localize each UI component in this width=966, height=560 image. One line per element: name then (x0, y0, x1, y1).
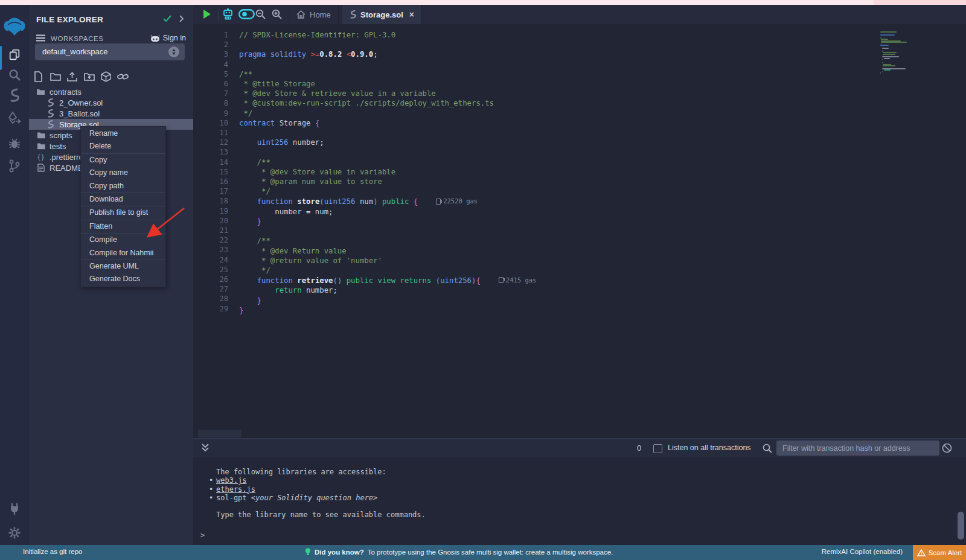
file-actions-toolbar (31, 70, 188, 84)
line-number: 1 (193, 30, 228, 40)
context-menu-item-flatten[interactable]: Flatten (81, 220, 165, 233)
context-menu-item-copy-name[interactable]: Copy name (81, 167, 165, 179)
terminal-search-icon[interactable] (763, 444, 772, 453)
run-script-button[interactable] (203, 9, 211, 19)
code-line (239, 226, 536, 236)
new-file-icon[interactable] (31, 70, 45, 83)
tab-home[interactable]: Home (289, 5, 339, 24)
terminal-output[interactable]: The following libraries are accessible:•… (193, 457, 966, 550)
context-menu-item-download[interactable]: Download (81, 193, 165, 206)
line-number: 10 (193, 118, 228, 128)
gas-pump-icon (436, 199, 441, 205)
minimap-line (882, 59, 883, 60)
code-line: * @dev Return value (239, 246, 536, 256)
file-tree-label: .prettierrc (50, 153, 83, 162)
terminal-collapse-icon[interactable] (201, 443, 210, 453)
context-menu-item-compile-for-nahmii[interactable]: Compile for Nahmii (81, 247, 165, 259)
close-icon[interactable]: × (409, 10, 414, 19)
icon-rail (0, 5, 30, 545)
line-number: 20 (193, 216, 228, 226)
context-menu-item-copy[interactable]: Copy (81, 154, 165, 167)
scam-alert-button[interactable]: Scam Alert (913, 545, 966, 560)
line-number: 3 (193, 49, 228, 59)
deploy-run-icon[interactable] (8, 111, 21, 124)
tab-storage-sol[interactable]: Storage.sol× (342, 5, 422, 24)
file-tree-item-contracts[interactable]: contracts (29, 86, 193, 97)
code-line: */ (239, 266, 536, 275)
tab-label: Storage.sol (360, 10, 403, 19)
line-number: 22 (193, 235, 228, 245)
code-editor[interactable]: 1234567891011121314151617181920212223242… (193, 24, 966, 438)
remixai-robot-icon[interactable] (222, 8, 234, 21)
file-tree-item-2-owner-sol[interactable]: 2_Owner.sol (29, 97, 193, 108)
browser-top-strip (0, 0, 966, 5)
bullet-icon: • (209, 476, 213, 485)
code-line: */ (239, 186, 536, 196)
code-content: // SPDX-License-Identifier: GPL-3.0 prag… (239, 30, 536, 315)
ipfs-box-icon[interactable] (99, 70, 113, 83)
code-line (239, 128, 536, 138)
file-tree-label: tests (50, 142, 66, 151)
folder-icon (36, 132, 45, 139)
scam-alert-label: Scam Alert (929, 549, 962, 556)
debugger-icon[interactable] (8, 136, 21, 150)
plugin-manager-icon[interactable] (8, 502, 21, 515)
code-line: uint256 number; (239, 138, 536, 147)
minimap-line (883, 54, 895, 55)
context-menu-item-copy-path[interactable]: Copy path (81, 180, 165, 192)
file-tree-label: contracts (50, 88, 82, 97)
clear-console-icon[interactable] (942, 443, 952, 453)
terminal-prompt[interactable]: > (200, 531, 205, 539)
terminal-link-web3-js[interactable]: web3.js (216, 476, 247, 485)
terminal-italic-hint: <your Solidity question here> (251, 494, 378, 502)
minimap-line (884, 69, 891, 71)
minimap-line (884, 58, 890, 59)
solidity-file-icon (46, 109, 55, 118)
gas-estimate-badge: 22520 gas (436, 196, 478, 206)
code-line: /** (239, 69, 536, 79)
line-number: 6 (193, 79, 228, 89)
listen-transactions-checkbox[interactable] (653, 444, 662, 453)
copilot-status-label: RemixAI Copilot (enabled) (822, 548, 903, 555)
zoom-in-icon[interactable] (272, 9, 282, 19)
chevron-right-icon[interactable] (179, 15, 184, 22)
init-git-repo-button[interactable]: Initialize as git repo (23, 548, 82, 555)
tab-label: Home (310, 10, 331, 19)
new-folder-icon[interactable] (48, 70, 62, 83)
upload-file-icon[interactable] (65, 70, 79, 83)
code-line: * @dev Store value in variable (239, 167, 536, 177)
context-menu-item-generate-docs[interactable]: Generate Docs (81, 273, 165, 285)
terminal-link-ethers-js[interactable]: ethers.js (216, 485, 255, 494)
context-menu-item-generate-uml[interactable]: Generate UML (81, 260, 165, 273)
transaction-filter-input[interactable] (776, 441, 939, 456)
zoom-out-icon[interactable] (255, 9, 266, 19)
context-menu-item-delete[interactable]: Delete (81, 140, 165, 153)
code-line: } (239, 217, 536, 226)
line-number: 16 (193, 177, 228, 186)
file-tree-item-3-ballot-sol[interactable]: 3_Ballot.sol (29, 108, 193, 119)
lightbulb-icon (305, 548, 311, 556)
upload-folder-icon[interactable] (82, 70, 96, 83)
minimap-line (882, 48, 889, 49)
code-line (239, 60, 536, 69)
solidity-compiler-icon[interactable] (8, 88, 21, 103)
git-icon[interactable] (9, 159, 20, 173)
search-icon[interactable] (8, 69, 21, 81)
sign-in-button[interactable]: Sign in (150, 34, 186, 42)
line-number: 8 (193, 98, 228, 108)
code-line: /** (239, 158, 536, 167)
workspaces-menu-icon[interactable] (36, 34, 45, 42)
file-explorer-icon[interactable] (8, 48, 21, 62)
workspace-select[interactable]: default_workspace (35, 43, 185, 60)
minimap[interactable] (880, 31, 935, 74)
page-scrollbar-thumb[interactable] (958, 512, 964, 539)
sign-in-label: Sign in (163, 34, 186, 42)
context-menu-item-compile[interactable]: Compile (81, 234, 165, 246)
file-tree-label: scripts (50, 131, 72, 140)
link-icon[interactable] (116, 70, 130, 83)
settings-icon[interactable] (8, 526, 21, 539)
context-menu-item-publish-file-to-gist[interactable]: Publish file to gist (81, 206, 165, 219)
line-numbers: 1234567891011121314151617181920212223242… (193, 30, 228, 314)
editor-hscrollbar[interactable] (198, 430, 242, 438)
context-menu-item-rename[interactable]: Rename (81, 127, 165, 140)
